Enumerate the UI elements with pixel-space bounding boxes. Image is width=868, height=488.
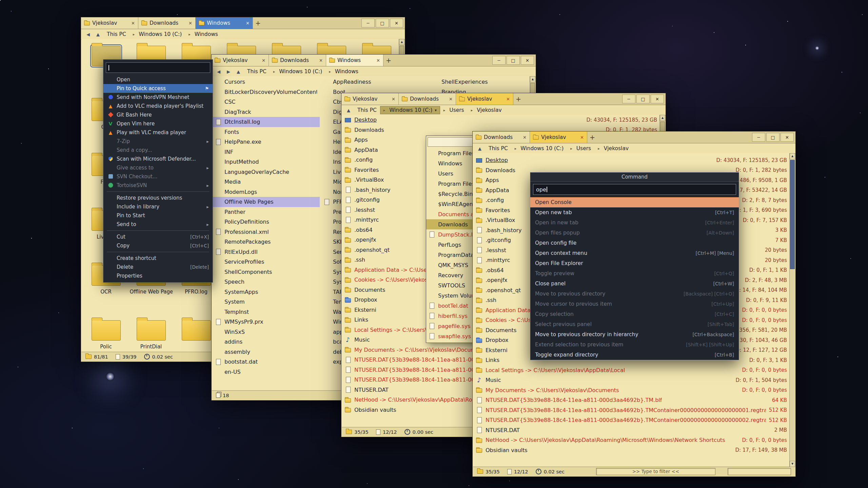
file-row[interactable]: CSC: [212, 97, 320, 107]
command-item[interactable]: Open in new tab [Ctrl+Enter]: [530, 218, 739, 228]
command-item[interactable]: Select previous panel [Shift+Tab]: [530, 319, 739, 329]
file-row[interactable]: System: [212, 297, 320, 307]
context-menu-item[interactable]: [107, 191, 209, 192]
context-menu-item[interactable]: Restore previous versions: [103, 194, 213, 202]
tab-close-icon[interactable]: ✕: [131, 21, 135, 26]
tab[interactable]: Downloads ✕: [473, 131, 530, 143]
tab[interactable]: Vjekoslav ✕: [81, 17, 138, 29]
file-row[interactable]: DtcInstall.log: [212, 117, 320, 127]
context-menu-item[interactable]: Send with NordVPN Meshnet: [103, 93, 213, 102]
tab-close-icon[interactable]: ✕: [246, 21, 250, 26]
tab[interactable]: Windows ✕: [196, 17, 253, 29]
file-row[interactable]: ModemLogs: [212, 187, 320, 197]
file-row[interactable]: Desktop D: 43034, F: 125185, 23 GB: [342, 115, 660, 125]
command-item[interactable]: Move to previous directory in hierarchy …: [530, 329, 739, 340]
grid-folder-item[interactable]: Polic: [83, 316, 129, 352]
breadcrumb-item[interactable]: This PC: [354, 106, 380, 114]
tab-close-icon[interactable]: ✕: [449, 97, 453, 102]
file-row[interactable]: BitLockerDiscoveryVolumeContents: [212, 87, 320, 97]
context-menu-item[interactable]: SVN Checkout...: [103, 172, 213, 181]
titlebar[interactable]: Downloads ✕ Vjekoslav ✕ + ─ □ ✕: [473, 131, 795, 143]
file-row[interactable]: Panther: [212, 207, 320, 217]
file-row[interactable]: ShellComponents: [212, 267, 320, 277]
scrollbar[interactable]: ▲ ▼: [789, 153, 795, 467]
command-item[interactable]: Open config file: [530, 238, 739, 248]
new-tab-button[interactable]: +: [253, 17, 263, 29]
file-row[interactable]: Music D: 0, F: 1, 504 bytes: [473, 375, 790, 385]
minimize-button[interactable]: ─: [492, 56, 506, 65]
breadcrumb-item[interactable]: Windows 10 (C:): [270, 67, 326, 76]
breadcrumb-item[interactable]: This PC: [485, 144, 511, 152]
file-row[interactable]: HelpPane.exe: [212, 137, 320, 147]
file-row[interactable]: NTUSER.DAT{53b39e88-18c4-11ea-a811-000d3…: [473, 405, 790, 415]
file-row[interactable]: PolicyDefinitions: [212, 217, 320, 227]
titlebar[interactable]: Vjekoslav ✕ Downloads ✕ Windows ✕ + ─ □ …: [81, 17, 405, 29]
file-row[interactable]: Cursors: [212, 77, 320, 87]
tab-close-icon[interactable]: ✕: [319, 58, 323, 63]
command-item[interactable]: Move to previous directory [Backspace] […: [530, 289, 739, 299]
context-menu-item[interactable]: [107, 230, 209, 231]
context-menu-item[interactable]: 7-Zip ▸: [103, 137, 213, 146]
tab-close-icon[interactable]: ✕: [189, 21, 192, 26]
context-menu-item[interactable]: Cut [Ctrl+X]: [103, 232, 213, 241]
maximize-button[interactable]: □: [766, 133, 780, 142]
grid-folder-item[interactable]: PrintDial: [129, 316, 174, 352]
context-menu-item[interactable]: Send a copy...: [103, 146, 213, 155]
context-menu-item[interactable]: Create shortcut: [103, 254, 213, 263]
context-menu-item[interactable]: Scan with Microsoft Defender...: [103, 155, 213, 163]
file-row[interactable]: Obsidian vaults D: 17, F: 149, 38 MB: [473, 445, 790, 455]
filter-input[interactable]: >> Type to filter <<: [596, 468, 715, 475]
context-menu-item[interactable]: Send to ▸: [103, 220, 213, 229]
scroll-up-icon[interactable]: ▲: [530, 76, 535, 82]
command-item[interactable]: Open Console: [530, 197, 739, 207]
file-row[interactable]: Desktop D: 43034, F: 125185, 23 GB: [473, 155, 790, 165]
file-row[interactable]: Offline Web Pages: [212, 197, 320, 207]
scroll-up-icon[interactable]: ▲: [399, 39, 405, 45]
file-row[interactable]: AppReadiness: [320, 77, 428, 87]
scroll-thumb[interactable]: [790, 160, 795, 269]
context-menu-item[interactable]: Properties: [103, 271, 213, 280]
breadcrumb-item[interactable]: Windows 10 (C:): [511, 144, 567, 152]
scroll-up-icon[interactable]: ▲: [790, 153, 795, 159]
minimize-button[interactable]: ─: [622, 95, 635, 103]
breadcrumb-item[interactable]: This PC: [103, 30, 130, 38]
tab-close-icon[interactable]: ✕: [262, 58, 265, 63]
new-tab-button[interactable]: +: [513, 93, 524, 105]
file-row[interactable]: ServiceProfiles: [212, 257, 320, 267]
titlebar[interactable]: Vjekoslav ✕ Downloads ✕ Windows ✕ + ─ □ …: [212, 55, 536, 66]
tab[interactable]: Vjekoslav ✕: [530, 131, 587, 143]
file-row[interactable]: RtlExUpd.dll: [212, 247, 320, 257]
up-button[interactable]: ▲: [344, 106, 353, 114]
close-button[interactable]: ✕: [651, 95, 664, 103]
file-row[interactable]: WMSysPr9.prx: [212, 317, 320, 327]
file-row[interactable]: Local Settings -> C:\Users\Vjekoslav\App…: [473, 365, 790, 375]
context-menu-item[interactable]: Open Vim here: [103, 119, 213, 128]
breadcrumb-item[interactable]: Windows: [326, 67, 362, 76]
breadcrumb-item[interactable]: Users: [440, 106, 468, 114]
new-tab-button[interactable]: +: [383, 55, 394, 66]
file-row[interactable]: DiagTrack: [212, 107, 320, 117]
tab[interactable]: Vjekoslav ✕: [212, 55, 269, 66]
file-row[interactable]: My Documents -> C:\Users\Vjekoslav\Docum…: [473, 385, 790, 395]
context-menu-item[interactable]: TortoiseSVN ▸: [103, 181, 213, 190]
up-button[interactable]: ▲: [94, 30, 102, 38]
context-menu-input[interactable]: [106, 62, 210, 73]
command-input[interactable]: ope: [533, 184, 736, 195]
command-item[interactable]: Open File Explorer: [530, 258, 739, 268]
context-menu-item[interactable]: Git Bash Here: [103, 110, 213, 119]
new-tab-button[interactable]: +: [587, 131, 597, 143]
command-item[interactable]: Open context menu [Ctrl+M] [Menu]: [530, 248, 739, 258]
context-menu-item[interactable]: [107, 252, 209, 252]
command-item[interactable]: Move cursor to previous item [Ctrl+Up]: [530, 299, 739, 309]
context-menu-item[interactable]: Play with VLC media player: [103, 128, 213, 137]
file-row[interactable]: INF: [212, 147, 320, 157]
minimize-button[interactable]: ─: [361, 19, 375, 27]
file-row[interactable]: NTUSER.DAT{53b39e88-18c4-11ea-a811-000d3…: [473, 395, 790, 405]
file-row[interactable]: SystemApps: [212, 287, 320, 297]
scroll-down-icon[interactable]: ▼: [790, 461, 795, 467]
context-menu-item[interactable]: Open: [103, 75, 213, 84]
file-row[interactable]: TempInst: [212, 307, 320, 317]
tab-close-icon[interactable]: ✕: [506, 97, 510, 102]
file-row[interactable]: Speech: [212, 277, 320, 287]
forward-button[interactable]: ▶: [224, 68, 233, 75]
